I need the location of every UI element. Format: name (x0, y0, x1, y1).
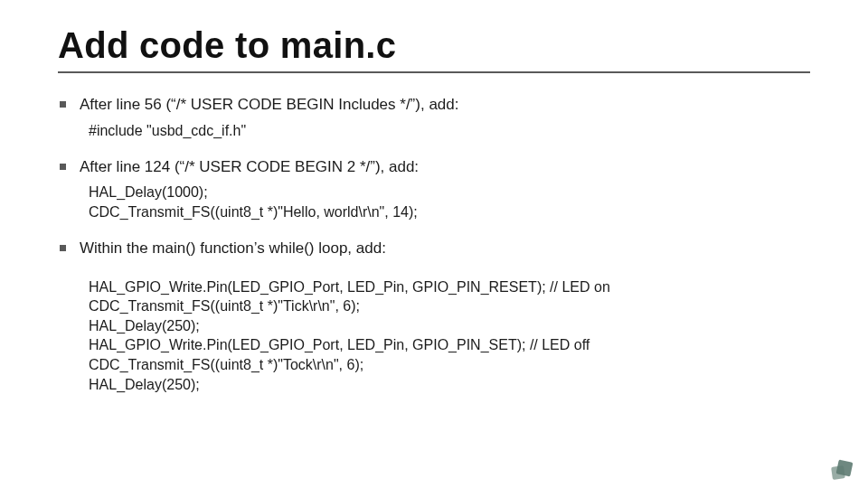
code-block-includes: #include "usbd_cdc_if.h" (89, 121, 810, 141)
bullet-item: After line 56 (“/* USER CODE BEGIN Inclu… (58, 95, 810, 116)
bullet-list: After line 56 (“/* USER CODE BEGIN Inclu… (58, 95, 810, 116)
title-divider (58, 71, 810, 73)
bullet-text: Within the main() function’s while() loo… (80, 239, 386, 257)
slide: Add code to main.c After line 56 (“/* US… (0, 0, 868, 488)
bullet-text: After line 56 (“/* USER CODE BEGIN Inclu… (80, 96, 458, 113)
bullet-item: After line 124 (“/* USER CODE BEGIN 2 */… (58, 157, 810, 178)
code-block-while-loop: HAL_GPIO_Write.Pin(LED_GPIO_Port, LED_Pi… (89, 277, 810, 395)
slide-title: Add code to main.c (58, 25, 810, 66)
code-block-begin2: HAL_Delay(1000); CDC_Transmit_FS((uint8_… (89, 183, 810, 221)
decorative-corner-icon (828, 457, 859, 481)
bullet-list: After line 124 (“/* USER CODE BEGIN 2 */… (58, 157, 810, 178)
bullet-item: Within the main() function’s while() loo… (58, 239, 810, 259)
bullet-text: After line 124 (“/* USER CODE BEGIN 2 */… (80, 158, 419, 175)
bullet-list: Within the main() function’s while() loo… (58, 239, 810, 259)
